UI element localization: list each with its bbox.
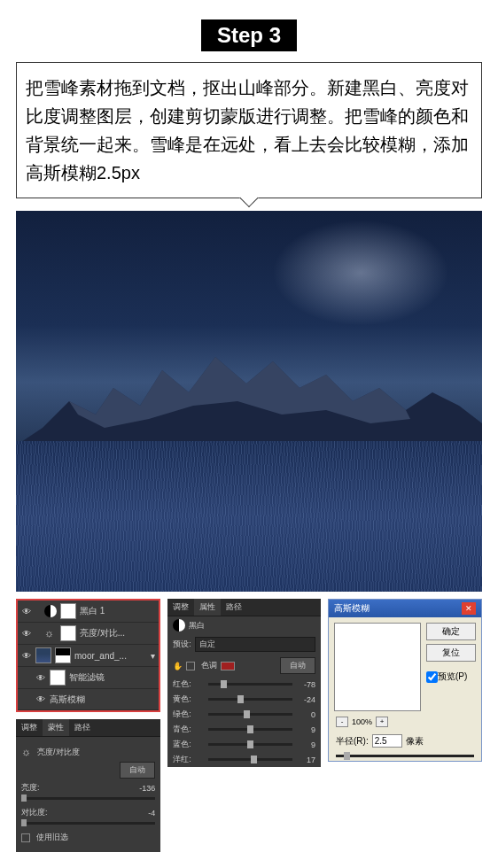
cyan-label: 青色: xyxy=(173,724,205,735)
instruction-text: 把雪峰素材拖到文档，抠出山峰部分。新建黑白、亮度对比度调整图层，创建剪切蒙版进行… xyxy=(26,78,469,182)
brightness-adjustment-icon xyxy=(44,627,57,639)
layer-mask-thumb[interactable] xyxy=(60,603,76,619)
radius-slider[interactable] xyxy=(336,755,474,757)
brightness-icon xyxy=(21,746,34,758)
layer-label: 高斯模糊 xyxy=(50,694,85,706)
tone-label: 色调 xyxy=(201,660,217,671)
preview-label: 预览(P) xyxy=(438,671,467,681)
visibility-icon[interactable]: 👁 xyxy=(35,694,46,704)
tone-checkbox[interactable] xyxy=(186,662,195,670)
tab-properties[interactable]: 蒙性 xyxy=(43,719,69,736)
preview-checkbox[interactable] xyxy=(426,671,438,683)
layer-label: moor_and_... xyxy=(74,651,127,661)
hand-icon[interactable]: ✋ xyxy=(173,662,183,670)
zoom-value: 100% xyxy=(352,717,372,726)
layer-label: 黑白 1 xyxy=(80,605,105,617)
yellow-value[interactable]: -24 xyxy=(296,695,315,704)
zoom-in-button[interactable]: + xyxy=(376,717,388,727)
blue-slider[interactable] xyxy=(208,743,292,746)
layer-row-smartobj[interactable]: 👁 moor_and_... ▾ xyxy=(18,645,159,667)
black-white-panel[interactable]: 调整 属性 路径 黑白 预设:自定 ✋ 色调 自动 红色:-78 黄色:-24 … xyxy=(167,599,321,767)
green-value[interactable]: 0 xyxy=(296,710,315,719)
green-slider[interactable] xyxy=(208,713,292,716)
radius-unit: 像素 xyxy=(406,735,424,748)
composite-preview xyxy=(16,211,482,592)
bw-adjustment-icon xyxy=(44,605,57,617)
red-label: 红色: xyxy=(173,678,205,690)
bw-title: 黑白 xyxy=(189,620,205,632)
legacy-label: 使用旧选 xyxy=(36,832,68,843)
blue-value[interactable]: 9 xyxy=(296,740,315,749)
zoom-out-button[interactable]: - xyxy=(336,717,348,727)
magenta-label: 洋红: xyxy=(173,754,205,765)
layer-row-brightness[interactable]: 👁 亮度/对比... xyxy=(18,623,159,645)
red-value[interactable]: -78 xyxy=(296,680,315,689)
step-badge: Step 3 xyxy=(201,19,297,51)
magenta-slider[interactable] xyxy=(208,758,292,761)
visibility-icon[interactable]: 👁 xyxy=(21,629,32,639)
tint-color-swatch[interactable] xyxy=(221,662,235,670)
close-button[interactable]: ✕ xyxy=(462,602,476,615)
tab-paths[interactable]: 路径 xyxy=(221,599,247,616)
tab-adjust[interactable]: 调整 xyxy=(16,719,43,736)
yellow-slider[interactable] xyxy=(208,698,292,701)
filter-mask-thumb[interactable] xyxy=(50,670,66,686)
layer-row-bw[interactable]: 👁 黑白 1 xyxy=(18,601,159,623)
tab-paths[interactable]: 路径 xyxy=(69,719,96,736)
layers-panel[interactable]: 👁 黑白 1 👁 亮度/对比... 👁 moor_and_... ▾ xyxy=(16,599,160,712)
layer-row-smartfilters[interactable]: 👁 智能滤镜 xyxy=(18,667,159,689)
gaussian-blur-dialog[interactable]: 高斯模糊 ✕ 确定 复位 预览(P) - 100% + 半径(R): 像素 xyxy=(328,599,482,762)
ok-button[interactable]: 确定 xyxy=(426,623,476,640)
tab-adjust[interactable]: 调整 xyxy=(167,599,194,616)
brightness-label: 亮度: xyxy=(21,782,57,794)
brightness-value[interactable]: -136 xyxy=(139,784,155,793)
layer-label: 智能滤镜 xyxy=(69,671,105,684)
auto-button[interactable]: 自动 xyxy=(120,762,155,779)
visibility-icon[interactable]: 👁 xyxy=(21,607,32,616)
tab-properties[interactable]: 属性 xyxy=(194,599,221,616)
legacy-checkbox[interactable] xyxy=(21,833,30,842)
green-label: 绿色: xyxy=(173,709,205,720)
layer-label: 亮度/对比... xyxy=(80,627,125,639)
yellow-label: 黄色: xyxy=(173,694,205,705)
layer-mask-thumb[interactable] xyxy=(55,647,71,663)
chevron-down-icon[interactable]: ▾ xyxy=(151,651,155,661)
contrast-slider[interactable] xyxy=(21,822,155,825)
radius-label: 半径(R): xyxy=(336,735,369,748)
dialog-title: 高斯模糊 xyxy=(334,602,370,615)
bw-icon xyxy=(173,619,185,632)
blur-preview[interactable] xyxy=(334,623,421,711)
visibility-icon[interactable]: 👁 xyxy=(35,673,46,683)
layer-mask-thumb[interactable] xyxy=(60,625,76,641)
radius-input[interactable] xyxy=(372,734,402,748)
reset-button[interactable]: 复位 xyxy=(426,644,476,662)
brightness-slider[interactable] xyxy=(21,797,155,800)
layer-row-gaussian[interactable]: 👁 高斯模糊 xyxy=(18,689,159,710)
preset-label: 预设: xyxy=(173,639,191,650)
cyan-value[interactable]: 9 xyxy=(296,725,315,734)
brightness-contrast-panel[interactable]: 调整 蒙性 路径 亮度/对比度 自动 亮度:-136 对比度:-4 使用旧选 xyxy=(16,719,160,852)
auto-button[interactable]: 自动 xyxy=(280,657,315,674)
preset-select[interactable]: 自定 xyxy=(195,637,315,652)
contrast-label: 对比度: xyxy=(21,807,57,818)
contrast-value[interactable]: -4 xyxy=(148,809,155,818)
cyan-slider[interactable] xyxy=(208,728,292,731)
red-slider[interactable] xyxy=(208,683,292,686)
blue-label: 蓝色: xyxy=(173,739,205,750)
layer-thumb[interactable] xyxy=(35,647,51,663)
magenta-value[interactable]: 17 xyxy=(296,756,315,764)
visibility-icon[interactable]: 👁 xyxy=(21,651,32,661)
instruction-box: 把雪峰素材拖到文档，抠出山峰部分。新建黑白、亮度对比度调整图层，创建剪切蒙版进行… xyxy=(16,62,482,198)
panel-title: 亮度/对比度 xyxy=(37,747,80,758)
